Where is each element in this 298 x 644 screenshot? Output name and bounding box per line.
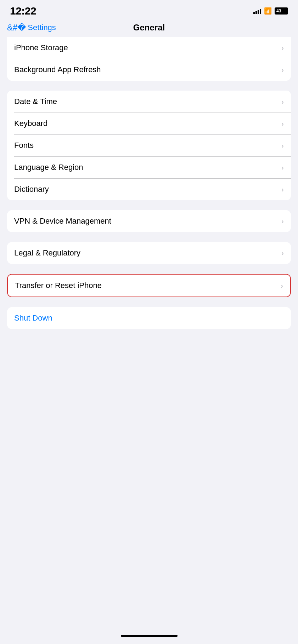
transfer-reset-iphone-label: Transfer or Reset iPhone xyxy=(15,281,102,290)
group-storage-refresh: iPhone Storage › Background App Refresh … xyxy=(7,37,291,81)
chevron-right-icon: › xyxy=(281,142,284,150)
status-time: 12:22 xyxy=(10,5,36,17)
iphone-storage-label: iPhone Storage xyxy=(14,43,68,52)
wifi-icon: 📶 xyxy=(264,7,272,15)
battery-level: 43 xyxy=(276,8,281,13)
fonts-label: Fonts xyxy=(14,141,34,150)
background-app-refresh-label: Background App Refresh xyxy=(14,65,101,74)
background-app-refresh-item[interactable]: Background App Refresh › xyxy=(7,59,291,81)
legal-regulatory-label: Legal & Regulatory xyxy=(14,248,80,258)
transfer-reset-iphone-item[interactable]: Transfer or Reset iPhone › xyxy=(8,275,290,297)
home-indicator xyxy=(0,631,298,644)
back-label: Settings xyxy=(28,23,56,32)
chevron-right-icon: › xyxy=(281,44,284,52)
vpn-device-management-item[interactable]: VPN & Device Management › xyxy=(7,210,291,232)
battery-icon: 43 xyxy=(275,7,288,15)
settings-content: iPhone Storage › Background App Refresh … xyxy=(0,37,298,329)
back-chevron-icon: &#� xyxy=(7,23,26,32)
chevron-right-icon: › xyxy=(281,249,284,257)
group-vpn: VPN & Device Management › xyxy=(7,210,291,232)
group-transfer-reset: Transfer or Reset iPhone › xyxy=(7,274,291,297)
home-bar xyxy=(121,635,178,637)
chevron-right-icon: › xyxy=(281,163,284,172)
iphone-storage-item[interactable]: iPhone Storage › xyxy=(7,37,291,59)
chevron-right-icon: › xyxy=(281,120,284,128)
signal-icon xyxy=(253,8,261,14)
group-date-language: Date & Time › Keyboard › Fonts › Languag… xyxy=(7,91,291,200)
keyboard-item[interactable]: Keyboard › xyxy=(7,113,291,134)
shutdown-label: Shut Down xyxy=(14,314,52,323)
chevron-right-icon: › xyxy=(281,66,284,74)
nav-bar: &#� Settings General xyxy=(0,20,298,37)
status-icons: 📶 43 xyxy=(253,7,288,15)
language-region-label: Language & Region xyxy=(14,163,83,172)
group-legal: Legal & Regulatory › xyxy=(7,242,291,264)
status-bar: 12:22 📶 43 xyxy=(0,0,298,20)
shutdown-group: Shut Down xyxy=(7,307,291,329)
shutdown-item[interactable]: Shut Down xyxy=(7,307,291,329)
chevron-right-icon: › xyxy=(281,185,284,194)
date-time-label: Date & Time xyxy=(14,97,57,106)
dictionary-label: Dictionary xyxy=(14,185,49,194)
keyboard-label: Keyboard xyxy=(14,119,47,128)
page-title: General xyxy=(133,23,165,33)
chevron-right-icon: › xyxy=(281,282,283,290)
fonts-item[interactable]: Fonts › xyxy=(7,134,291,156)
dictionary-item[interactable]: Dictionary › xyxy=(7,178,291,200)
language-region-item[interactable]: Language & Region › xyxy=(7,156,291,178)
date-time-item[interactable]: Date & Time › xyxy=(7,91,291,113)
chevron-right-icon: › xyxy=(281,98,284,106)
vpn-device-management-label: VPN & Device Management xyxy=(14,217,111,226)
legal-regulatory-item[interactable]: Legal & Regulatory › xyxy=(7,242,291,264)
back-button[interactable]: &#� Settings xyxy=(7,23,56,32)
chevron-right-icon: › xyxy=(281,217,284,225)
